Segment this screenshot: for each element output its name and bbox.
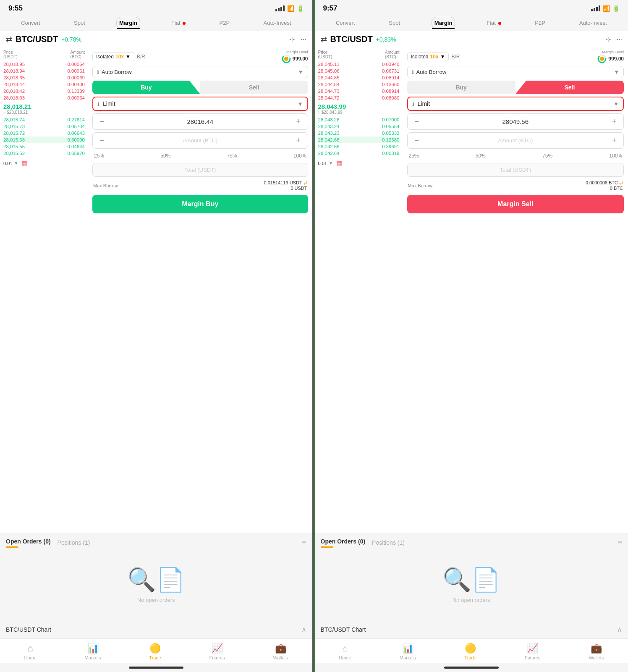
- ob-view-icon-left[interactable]: ▦: [21, 159, 28, 167]
- price-input-right[interactable]: − 28049.56 +: [407, 113, 624, 130]
- sell-tab-left[interactable]: Sell: [200, 81, 308, 94]
- price-input-left[interactable]: − 28016.44 +: [92, 113, 308, 130]
- chart-bar-left[interactable]: BTC/USDT Chart ∧: [0, 620, 312, 638]
- tab-p2p-left[interactable]: P2P: [217, 17, 233, 29]
- increment-val-right[interactable]: 0.01: [318, 161, 327, 166]
- ob-view-icon-right[interactable]: ▦: [336, 159, 343, 167]
- max-borrow-label-right[interactable]: Max Borrow: [408, 183, 433, 188]
- ob-bid-row[interactable]: 28,015.740.27614: [3, 116, 85, 123]
- margin-buy-button-left[interactable]: Margin Buy: [92, 195, 308, 213]
- ob-bid-row-highlight[interactable]: 28,015.680.50000: [3, 136, 85, 143]
- increment-val-left[interactable]: 0.01: [3, 161, 12, 166]
- auto-borrow-right[interactable]: ℹ Auto Borrow ▼: [407, 66, 624, 78]
- amount-minus-left[interactable]: −: [97, 136, 107, 145]
- orders-list-icon-left[interactable]: ≡: [302, 538, 306, 547]
- margin-sell-button-right[interactable]: Margin Sell: [407, 195, 624, 213]
- amount-input-left[interactable]: − Amount (BTC) +: [92, 132, 308, 149]
- pair-name-left[interactable]: BTC/USDT: [16, 34, 58, 44]
- swap-icon-left[interactable]: ⇄: [6, 35, 12, 44]
- amount-plus-right[interactable]: +: [609, 136, 619, 145]
- ob-ask-row-right[interactable]: 28,044.720.08080: [318, 94, 400, 101]
- increment-arrow-right[interactable]: ▼: [329, 161, 333, 165]
- amount-input-right[interactable]: − Amount (BTC) +: [407, 132, 624, 149]
- buy-tab-left[interactable]: Buy: [92, 81, 200, 94]
- nav-home-right[interactable]: ⌂ Home: [339, 643, 351, 660]
- pct-100-right[interactable]: 100%: [607, 152, 624, 160]
- positions-tab-left[interactable]: Positions (1): [58, 539, 90, 546]
- more-icon-left[interactable]: ···: [301, 36, 306, 43]
- pair-name-right[interactable]: BTC/USDT: [330, 34, 373, 44]
- chart-bar-right[interactable]: BTC/USDT Chart ∧: [315, 620, 628, 638]
- price-plus-left[interactable]: +: [293, 117, 304, 126]
- open-orders-tab-right[interactable]: Open Orders (0): [321, 538, 366, 548]
- chart-collapse-icon-left[interactable]: ∧: [301, 625, 306, 633]
- orders-list-icon-right[interactable]: ≡: [618, 538, 622, 547]
- pct-50-right[interactable]: 50%: [474, 152, 487, 160]
- ob-bid-row-highlight-right[interactable]: 28,042.680.12580: [318, 136, 400, 143]
- chart-tools-icon-left[interactable]: ⊹: [289, 35, 295, 43]
- total-row-right[interactable]: Total (USDT): [407, 163, 624, 177]
- tab-fiat-right[interactable]: Fiat: [484, 17, 503, 29]
- chart-tools-icon-right[interactable]: ⊹: [605, 35, 611, 43]
- more-icon-right[interactable]: ···: [617, 36, 622, 43]
- ob-ask-row-right[interactable]: 28,045.060.06731: [318, 68, 400, 74]
- ob-bid-row[interactable]: 28,015.550.04644: [3, 143, 85, 150]
- nav-wallets-right[interactable]: 💼 Wallets: [589, 643, 604, 660]
- tab-margin-left[interactable]: Margin: [116, 17, 140, 29]
- ob-bid-row-right[interactable]: 28,042.660.39691: [318, 143, 400, 150]
- price-val-left[interactable]: 28016.44: [107, 118, 293, 125]
- positions-tab-right[interactable]: Positions (1): [372, 539, 405, 546]
- ob-ask-row-right[interactable]: 28,044.840.13660: [318, 81, 400, 88]
- open-orders-tab-left[interactable]: Open Orders (0): [6, 538, 51, 548]
- nav-futures-right[interactable]: 📈 Futures: [525, 643, 540, 660]
- ob-ask-row-right[interactable]: 28,044.730.08914: [318, 88, 400, 94]
- nav-home-left[interactable]: ⌂ Home: [24, 643, 36, 660]
- increment-arrow-left[interactable]: ▼: [14, 161, 18, 165]
- tab-autoinvest-left[interactable]: Auto-Invest: [261, 17, 294, 29]
- price-minus-right[interactable]: −: [412, 117, 422, 126]
- tab-convert-right[interactable]: Convert: [333, 17, 358, 29]
- ob-ask-row[interactable]: 28,018.940.00061: [3, 68, 85, 74]
- total-row-left[interactable]: Total (USDT): [92, 163, 308, 177]
- tab-margin-right[interactable]: Margin: [432, 17, 455, 29]
- nav-futures-left[interactable]: 📈 Futures: [209, 643, 225, 660]
- swap-icon-right[interactable]: ⇄: [321, 35, 327, 44]
- ob-bid-row-right[interactable]: 28,043.240.05554: [318, 123, 400, 130]
- price-val-right[interactable]: 28049.56: [422, 118, 610, 125]
- isolated-selector-left[interactable]: Isolated 10x ▼: [92, 52, 134, 61]
- pct-75-right[interactable]: 75%: [541, 152, 554, 160]
- ob-ask-row-right[interactable]: 28,045.110.03940: [318, 61, 400, 68]
- pct-75-left[interactable]: 75%: [225, 152, 239, 160]
- pct-50-left[interactable]: 50%: [159, 152, 172, 160]
- ob-ask-row[interactable]: 28,018.440.00400: [3, 81, 85, 88]
- amount-minus-right[interactable]: −: [412, 136, 422, 145]
- isolated-selector-right[interactable]: Isolated 10x ▼: [407, 52, 449, 61]
- tab-spot-left[interactable]: Spot: [71, 17, 88, 29]
- tab-convert-left[interactable]: Convert: [18, 17, 43, 29]
- ob-ask-row[interactable]: 28,018.030.00064: [3, 94, 85, 101]
- nav-trade-left[interactable]: 🟡 Trade: [149, 643, 161, 660]
- pct-100-left[interactable]: 100%: [292, 152, 308, 160]
- nav-trade-right[interactable]: 🟡 Trade: [464, 643, 476, 660]
- nav-markets-right[interactable]: 📊 Markets: [400, 643, 416, 660]
- nav-markets-left[interactable]: 📊 Markets: [84, 643, 101, 660]
- max-borrow-label-left[interactable]: Max Borrow: [93, 183, 118, 188]
- order-type-right[interactable]: ℹ Limit ▼: [407, 97, 624, 111]
- pct-25-left[interactable]: 25%: [92, 152, 106, 160]
- auto-borrow-left[interactable]: ℹ Auto Borrow ▼: [92, 66, 308, 78]
- ob-ask-row[interactable]: 28,018.950.00064: [3, 61, 85, 68]
- ob-ask-row[interactable]: 28,018.420.13339: [3, 88, 85, 94]
- ob-bid-row-right[interactable]: 28,043.260.07000: [318, 116, 400, 123]
- ob-ask-row[interactable]: 28,018.650.00069: [3, 74, 85, 81]
- chart-collapse-icon-right[interactable]: ∧: [617, 625, 622, 633]
- pct-25-right[interactable]: 25%: [407, 152, 421, 160]
- order-type-left[interactable]: ℹ Limit ▼: [92, 97, 308, 111]
- tab-fiat-left[interactable]: Fiat: [169, 17, 188, 29]
- ob-bid-row-right[interactable]: 28,042.640.00319: [318, 150, 400, 157]
- sell-tab-right[interactable]: Sell: [515, 81, 624, 94]
- buy-tab-right[interactable]: Buy: [407, 81, 515, 94]
- tab-spot-right[interactable]: Spot: [386, 17, 403, 29]
- price-plus-right[interactable]: +: [609, 117, 619, 126]
- amount-plus-left[interactable]: +: [293, 136, 304, 145]
- nav-wallets-left[interactable]: 💼 Wallets: [273, 643, 288, 660]
